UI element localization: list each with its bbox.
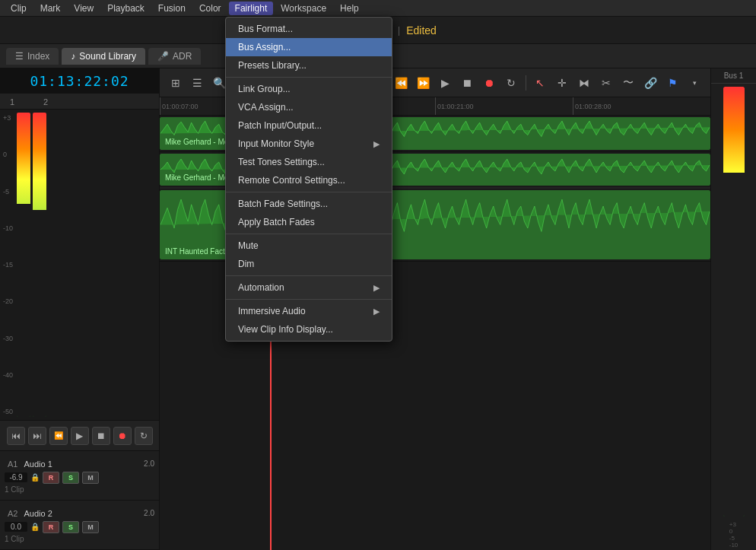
menu-patch-input[interactable]: Patch Input/Output... — [226, 116, 392, 135]
menu-immersive-audio[interactable]: Immersive Audio ▶ — [226, 302, 392, 320]
menu-bus-assign[interactable]: Bus Assign... — [226, 38, 392, 56]
dropdown-overlay[interactable]: Bus Format... Bus Assign... Presets Libr… — [0, 0, 756, 550]
menu-mute[interactable]: Mute — [226, 237, 392, 255]
menu-divider-5 — [226, 299, 392, 300]
menu-immersive-audio-label: Immersive Audio — [238, 306, 306, 316]
menu-bus-format[interactable]: Bus Format... — [226, 20, 392, 38]
fairlight-dropdown-menu: Bus Format... Bus Assign... Presets Libr… — [225, 17, 392, 342]
menu-divider-2 — [226, 192, 392, 192]
menu-divider-4 — [226, 275, 392, 276]
menu-view-clip-info[interactable]: View Clip Info Display... — [226, 320, 392, 339]
menu-automation-label: Automation — [238, 282, 284, 293]
menu-batch-fade[interactable]: Batch Fade Settings... — [226, 195, 392, 213]
menu-dim[interactable]: Dim — [226, 255, 392, 273]
submenu-arrow-input-monitor: ▶ — [373, 139, 380, 149]
submenu-arrow-automation: ▶ — [373, 283, 380, 293]
menu-input-monitor-label: Input Monitor Style — [238, 138, 314, 149]
menu-automation[interactable]: Automation ▶ — [226, 278, 392, 297]
menu-input-monitor[interactable]: Input Monitor Style ▶ — [226, 135, 392, 153]
menu-test-tones[interactable]: Test Tones Settings... — [226, 153, 392, 171]
menu-divider-1 — [226, 77, 392, 78]
menu-vca-assign[interactable]: VCA Assign... — [226, 98, 392, 116]
submenu-arrow-immersive: ▶ — [373, 307, 380, 316]
menu-apply-batch[interactable]: Apply Batch Fades — [226, 213, 392, 231]
menu-remote-control[interactable]: Remote Control Settings... — [226, 171, 392, 189]
menu-divider-3 — [226, 234, 392, 234]
menu-presets-library[interactable]: Presets Library... — [226, 56, 392, 75]
menu-link-group[interactable]: Link Group... — [226, 80, 392, 98]
